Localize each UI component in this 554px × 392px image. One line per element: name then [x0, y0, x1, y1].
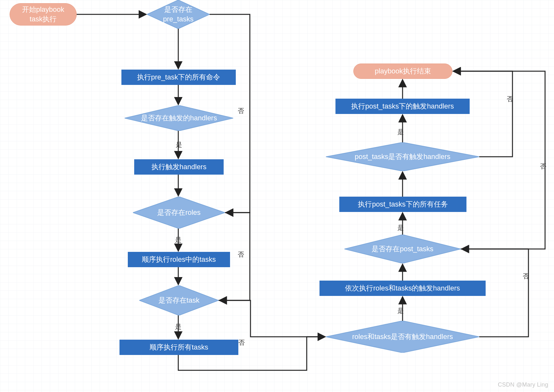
- start-node: 开始playbooktask执行: [10, 3, 77, 26]
- decision-handlers: 是否存在触发的handlers: [125, 105, 233, 131]
- decision-roles-text: 是否存在roles: [154, 208, 204, 217]
- process-roles-run: 顺序执行roles中的tasks: [128, 252, 230, 267]
- process-trigger-handlers-text: 依次执行roles和tasks的触发handlers: [345, 283, 460, 293]
- process-pre-task-commands-text: 执行pre_task下的所有命令: [137, 72, 220, 82]
- decision-roles-handlers-text: roles和tasks是否有触发handlers: [349, 332, 456, 342]
- decision-pre-tasks: 是否存在pre_tasks: [147, 0, 210, 29]
- process-post-run-text: 执行post_tasks下的所有任务: [358, 200, 448, 209]
- end-text: playbook执行结束: [375, 66, 431, 76]
- process-post-handlers: 执行post_tasks下的触发handlers: [335, 99, 470, 114]
- process-post-run: 执行post_tasks下的所有任务: [339, 197, 466, 212]
- end-node: playbook执行结束: [353, 64, 452, 79]
- process-roles-run-text: 顺序执行roles中的tasks: [142, 255, 216, 264]
- start-text: 开始playbooktask执行: [22, 5, 64, 24]
- decision-post-handlers-text: post_tasks是否有触发handlers: [351, 152, 454, 162]
- process-handlers: 执行触发handlers: [134, 159, 224, 175]
- process-handlers-text: 执行触发handlers: [151, 162, 206, 172]
- decision-post-handlers: post_tasks是否有触发handlers: [326, 142, 479, 171]
- decision-handlers-text: 是否存在触发的handlers: [138, 113, 220, 123]
- decision-roles-handlers: roles和tasks是否有触发handlers: [326, 321, 479, 353]
- process-pre-task-commands: 执行pre_task下的所有命令: [121, 70, 236, 85]
- decision-task-text: 是否存在task: [155, 296, 203, 305]
- decision-roles: 是否存在roles: [133, 197, 225, 229]
- decision-pre-tasks-text: 是否存在pre_tasks: [160, 5, 196, 24]
- process-tasks-run-text: 顺序执行所有tasks: [150, 343, 208, 352]
- process-post-handlers-text: 执行post_tasks下的触发handlers: [351, 102, 454, 111]
- decision-post-tasks-text: 是否存在post_tasks: [368, 244, 436, 254]
- watermark: CSDN @Mary Ling: [498, 381, 548, 388]
- decision-post-tasks: 是否存在post_tasks: [344, 235, 461, 263]
- process-tasks-run: 顺序执行所有tasks: [119, 340, 238, 355]
- process-trigger-handlers: 依次执行roles和tasks的触发handlers: [319, 281, 486, 296]
- decision-task: 是否存在task: [139, 285, 219, 315]
